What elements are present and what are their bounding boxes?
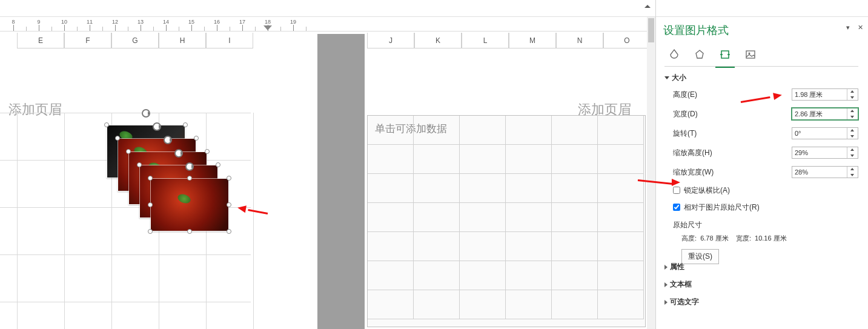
rotation-label: 旋转(T): [664, 128, 737, 139]
scale-height-label: 缩放高度(H): [664, 148, 737, 158]
lock-aspect-checkbox[interactable]: [673, 187, 680, 194]
resize-handle[interactable]: [227, 202, 231, 207]
lock-aspect-label: 锁定纵横比(A): [684, 185, 730, 196]
ruler-cursor-marker: [263, 17, 272, 32]
scale-w-spin-buttons[interactable]: [847, 167, 858, 178]
scale-h-spin-buttons[interactable]: [847, 147, 858, 158]
rotation-input[interactable]: [792, 128, 846, 139]
vertical-scrollbar[interactable]: [647, 17, 655, 329]
rotation-spin-buttons[interactable]: [847, 128, 858, 139]
svg-marker-0: [696, 50, 703, 58]
resize-handle[interactable]: [227, 176, 231, 181]
column-header[interactable]: H: [159, 33, 206, 48]
resize-handle[interactable]: [126, 149, 131, 154]
page-header-area-left[interactable]: 添加页眉: [0, 76, 317, 113]
sidebar-top-strip: [656, 0, 868, 17]
effects-tab-icon[interactable]: [692, 47, 707, 62]
rotate-handle-icon[interactable]: [174, 149, 183, 158]
horizontal-ruler: 8910111213141516171819: [0, 17, 655, 32]
resize-handle[interactable]: [227, 229, 231, 234]
column-header[interactable]: M: [509, 33, 556, 48]
column-header[interactable]: E: [17, 33, 64, 48]
format-picture-pane: 设置图片格式 ▾ ✕ 大小 高度(E) 宽度(D) 旋转(T) 缩放高度(H) …: [655, 0, 868, 329]
worksheet-page-left[interactable]: 添加页眉: [0, 52, 317, 329]
size-section-header[interactable]: 大小: [664, 73, 858, 83]
scale-height-input[interactable]: [792, 147, 846, 158]
fill-line-tab-icon[interactable]: [667, 47, 681, 62]
top-toolbar-strip: [0, 0, 655, 17]
column-header[interactable]: O: [603, 33, 651, 48]
rotate-handle-icon[interactable]: [185, 162, 194, 171]
resize-handle[interactable]: [148, 229, 153, 234]
picture-tab-icon[interactable]: [743, 47, 758, 62]
pane-tab-bar: [664, 42, 858, 67]
scrollbar-thumb[interactable]: [648, 18, 654, 42]
rotate-handle-icon[interactable]: [153, 122, 161, 131]
data-table-placeholder[interactable]: 单击可添加数据: [367, 115, 646, 327]
relative-original-checkbox[interactable]: [673, 204, 680, 211]
column-header[interactable]: J: [367, 33, 414, 48]
rotate-handle-icon[interactable]: [164, 136, 172, 144]
relative-original-label: 相对于图片原始尺寸(R): [684, 202, 760, 213]
width-label: 宽度(D): [664, 109, 737, 119]
column-header[interactable]: K: [414, 33, 462, 48]
textbox-section-header[interactable]: 文本框: [664, 279, 858, 290]
resize-handle[interactable]: [104, 122, 109, 127]
resize-handle[interactable]: [148, 176, 153, 181]
scale-height-spinner[interactable]: [792, 147, 858, 159]
page-gap: [317, 34, 365, 329]
scale-width-input[interactable]: [792, 167, 846, 178]
rotate-handle-icon[interactable]: [142, 109, 150, 118]
resize-handle[interactable]: [115, 136, 120, 141]
pane-options-dropdown-icon[interactable]: ▾: [844, 23, 852, 32]
rotation-spinner[interactable]: [792, 127, 858, 139]
width-spin-buttons[interactable]: [847, 108, 858, 119]
page-header-area-right[interactable]: 添加页眉: [365, 76, 655, 113]
alttext-section-header[interactable]: 可选文字: [664, 297, 858, 307]
collapse-ribbon-chevron-icon[interactable]: [643, 4, 652, 10]
pane-title: 设置图片格式: [663, 23, 729, 38]
column-header[interactable]: G: [111, 33, 159, 48]
svg-rect-4: [746, 51, 755, 58]
resize-handle[interactable]: [187, 229, 192, 234]
column-header[interactable]: I: [206, 33, 253, 48]
resize-handle[interactable]: [137, 162, 142, 167]
column-header[interactable]: F: [64, 33, 111, 48]
scale-width-label: 缩放宽度(W): [664, 167, 737, 178]
height-input[interactable]: [792, 89, 846, 100]
height-spinner[interactable]: [792, 88, 858, 101]
properties-section-header[interactable]: 属性: [664, 262, 858, 272]
width-input[interactable]: [792, 108, 846, 119]
original-size-values: 高度: 6.78 厘米 宽度: 10.16 厘米: [664, 234, 858, 243]
width-spinner[interactable]: [792, 108, 858, 120]
resize-handle[interactable]: [148, 202, 153, 207]
scale-width-spinner[interactable]: [792, 166, 858, 178]
column-header[interactable]: N: [556, 33, 603, 48]
resize-handle[interactable]: [216, 162, 220, 167]
worksheet-page-right[interactable]: 添加页眉 单击可添加数据: [365, 52, 655, 329]
resize-handle[interactable]: [183, 122, 188, 127]
height-spin-buttons[interactable]: [847, 89, 858, 100]
column-header[interactable]: L: [462, 33, 509, 48]
resize-handle[interactable]: [194, 136, 199, 141]
pane-close-icon[interactable]: ✕: [856, 23, 864, 32]
svg-point-5: [749, 52, 750, 54]
height-label: 高度(E): [664, 90, 737, 100]
resize-handle[interactable]: [205, 149, 210, 154]
size-properties-tab-icon[interactable]: [718, 47, 732, 62]
resize-handle[interactable]: [187, 176, 192, 181]
original-size-header: 原始尺寸: [664, 220, 858, 230]
